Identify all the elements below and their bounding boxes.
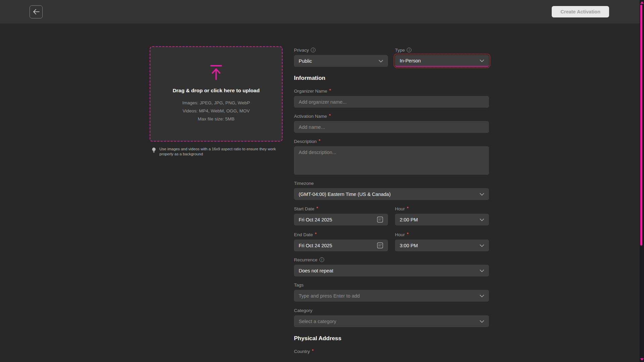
start-hour-label: Hour *	[395, 206, 489, 212]
end-date-input[interactable]: Fri Oct 24 2025	[294, 240, 388, 251]
timezone-label: Timezone	[294, 180, 489, 186]
category-label: Category	[294, 307, 489, 313]
scroll-down-icon[interactable]	[640, 358, 644, 361]
dropzone-max-size: Max file size: 5MB	[198, 115, 235, 123]
information-heading: Information	[294, 75, 489, 82]
chevron-down-icon	[480, 193, 484, 196]
recurrence-select[interactable]: Does not repeat	[294, 265, 489, 276]
chevron-down-icon	[480, 295, 484, 297]
media-upload-dropzone[interactable]: Drag & drop or click here to upload Imag…	[150, 46, 283, 142]
recurrence-info-icon[interactable]: i	[319, 257, 324, 262]
category-select[interactable]: Select a category	[294, 315, 489, 327]
required-marker: *	[312, 348, 313, 353]
scroll-up-icon[interactable]	[640, 1, 644, 4]
start-date-input[interactable]: Fri Oct 24 2025	[294, 214, 388, 225]
type-label: Type i	[395, 47, 489, 53]
required-marker: *	[329, 113, 331, 118]
timezone-select[interactable]: (GMT-04:00) Eastern Time (US & Canada)	[294, 188, 489, 200]
tags-input[interactable]: Type and press Enter to add	[294, 290, 489, 302]
tags-label: Tags	[294, 282, 489, 288]
topbar: Create Activation	[0, 0, 644, 23]
end-hour-label: Hour *	[395, 231, 489, 238]
required-marker: *	[319, 138, 320, 143]
start-date-label: Start Date *	[294, 206, 388, 212]
chevron-down-icon	[480, 218, 484, 221]
privacy-select[interactable]: Public	[294, 55, 388, 67]
required-marker: *	[315, 231, 316, 237]
calendar-icon[interactable]	[377, 216, 383, 223]
chevron-down-icon	[480, 269, 484, 272]
aspect-ratio-hint: Use images and videos with a 16x9 aspect…	[152, 147, 285, 157]
start-hour-select[interactable]: 2:00 PM	[395, 214, 489, 225]
vertical-scrollbar[interactable]	[640, 0, 644, 362]
create-activation-button[interactable]: Create Activation	[552, 6, 609, 17]
activation-form: Privacy i Public Type i In-Person	[294, 47, 489, 354]
end-date-label: End Date *	[294, 231, 388, 238]
chevron-down-icon	[480, 320, 484, 323]
activation-name-input[interactable]	[294, 121, 489, 133]
upload-arrow-icon	[209, 65, 223, 80]
chevron-down-icon	[379, 60, 383, 62]
privacy-info-icon[interactable]: i	[311, 48, 315, 52]
dropzone-title: Drag & drop or click here to upload	[172, 88, 259, 94]
physical-address-heading: Physical Address	[294, 335, 489, 342]
dropzone-video-formats: Videos: MP4, WebM, OGG, MOV	[183, 107, 250, 115]
type-info-icon[interactable]: i	[407, 48, 411, 52]
required-marker: *	[407, 231, 408, 237]
end-hour-select[interactable]: 3:00 PM	[395, 240, 489, 251]
calendar-icon[interactable]	[377, 242, 383, 249]
hint-text: Use images and videos with a 16x9 aspect…	[159, 147, 284, 157]
dropzone-image-formats: Images: JPEG, JPG, PNG, WebP	[182, 99, 250, 107]
activation-name-label: Activation Name *	[294, 113, 489, 119]
required-marker: *	[407, 206, 408, 211]
recurrence-label: Recurrence i	[294, 257, 489, 263]
create-activation-page: Create Activation Drag & drop or click h…	[0, 0, 644, 362]
country-label: Country *	[294, 348, 489, 354]
type-select[interactable]: In-Person	[395, 55, 489, 67]
required-marker: *	[329, 88, 331, 93]
privacy-label: Privacy i	[294, 47, 388, 53]
chevron-down-icon	[480, 244, 484, 247]
chevron-down-icon	[480, 59, 484, 62]
organizer-name-input[interactable]	[294, 96, 489, 108]
back-button[interactable]	[30, 5, 43, 18]
description-textarea[interactable]	[294, 146, 489, 175]
required-marker: *	[316, 206, 318, 211]
lightbulb-icon	[152, 147, 156, 153]
description-label: Description *	[294, 138, 489, 144]
scrollbar-thumb[interactable]	[640, 5, 642, 246]
organizer-name-label: Organizer Name *	[294, 88, 489, 94]
back-arrow-icon	[33, 9, 40, 14]
